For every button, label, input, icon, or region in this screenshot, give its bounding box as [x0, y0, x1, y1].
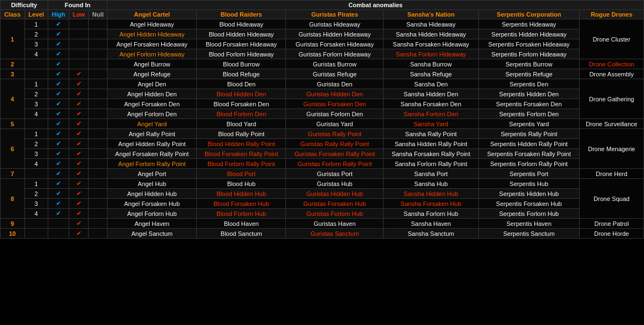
low-cell — [69, 29, 88, 39]
blood-cell: Blood Port — [197, 169, 286, 179]
table-row: 3✔✔Angel Forsaken Rally PointBlood Forsa… — [1, 149, 644, 159]
angel-cell: Angel Sanctum — [108, 229, 197, 239]
high-cell: ✔ — [48, 149, 69, 159]
angel-cell: Angel Refuge — [108, 69, 197, 79]
null-cell — [89, 119, 108, 129]
angel-cell: Angel Yard — [108, 119, 197, 129]
rogue-cell: Drone Surveillance — [579, 119, 643, 129]
table-row: 3✔✔Angel Forsaken HubBlood Forsaken HubG… — [1, 199, 644, 209]
sansha-cell: Sansha Sanctum — [384, 229, 479, 239]
blood-cell: Blood Yard — [197, 119, 286, 129]
rogue-cell: Drone Menagerie — [579, 129, 643, 169]
guristas-cell: Guristas Den — [286, 79, 384, 89]
level-cell: 2 — [24, 89, 48, 99]
rogue-cell: Drone Squad — [579, 179, 643, 219]
level-cell: 4 — [24, 109, 48, 119]
col-header-class: Class — [1, 10, 25, 19]
class-cell: 10 — [1, 229, 25, 239]
high-cell: ✔ — [48, 129, 69, 139]
angel-cell: Angel Hidden Den — [108, 89, 197, 99]
high-cell: ✔ — [48, 89, 69, 99]
blood-cell: Blood Forlorn Rally Point — [197, 159, 286, 169]
class-cell: 3 — [1, 69, 25, 79]
sansha-cell: Sansha Hidden Den — [384, 89, 479, 99]
angel-cell: Angel Forsaken Den — [108, 99, 197, 109]
blood-cell: Blood Hidden Den — [197, 89, 286, 99]
class-cell: 8 — [1, 179, 25, 219]
high-cell: ✔ — [48, 199, 69, 209]
col-header-sansha: Sansha's Nation — [384, 10, 479, 19]
sansha-cell: Sansha Forlorn Hideaway — [384, 49, 479, 59]
null-cell — [89, 79, 108, 89]
angel-cell: Angel Forlorn Hideaway — [108, 49, 197, 59]
blood-cell: Blood Forlorn Hideaway — [197, 49, 286, 59]
header-difficulty: Difficulty — [1, 1, 48, 10]
rogue-cell: Drone Assembly — [579, 69, 643, 79]
level-cell — [24, 229, 48, 239]
low-cell: ✔ — [69, 189, 88, 199]
angel-cell: Angel Hideaway — [108, 19, 197, 29]
high-cell: ✔ — [48, 139, 69, 149]
blood-cell: Blood Burrow — [197, 59, 286, 69]
guristas-cell: Guristas Forsaken Den — [286, 99, 384, 109]
null-cell — [89, 69, 108, 79]
col-header-level: Level — [24, 10, 48, 19]
level-cell — [24, 69, 48, 79]
blood-cell: Blood Haven — [197, 219, 286, 229]
guristas-cell: Guristas Forlorn Rally Point — [286, 159, 384, 169]
null-cell — [89, 139, 108, 149]
sansha-cell: Sansha Hidden Rally Point — [384, 139, 479, 149]
guristas-cell: Guristas Sanctum — [286, 229, 384, 239]
null-cell — [89, 49, 108, 59]
guristas-cell: Guristas Hub — [286, 179, 384, 189]
table-row: 5✔✔Angel YardBlood YardGuristas YardSans… — [1, 119, 644, 129]
high-cell: ✔ — [48, 39, 69, 49]
level-cell: 2 — [24, 189, 48, 199]
combat-anomalies-table: Difficulty Found In Combat anomalies Cla… — [0, 0, 644, 239]
sansha-cell: Sansha Hidden Hub — [384, 189, 479, 199]
high-cell: ✔ — [48, 189, 69, 199]
blood-cell: Blood Refuge — [197, 69, 286, 79]
level-cell: 3 — [24, 99, 48, 109]
angel-cell: Angel Hub — [108, 179, 197, 189]
sansha-cell: Sansha Forlorn Den — [384, 109, 479, 119]
guristas-cell: Guristas Port — [286, 169, 384, 179]
rogue-cell: Drone Horde — [579, 229, 643, 239]
null-cell — [89, 39, 108, 49]
blood-cell: Blood Forlorn Den — [197, 109, 286, 119]
serpentis-cell: Serpentis Forlorn Rally Point — [478, 159, 579, 169]
level-cell: 3 — [24, 39, 48, 49]
blood-cell: Blood Forsaken Hub — [197, 199, 286, 209]
guristas-cell: Guristas Haven — [286, 219, 384, 229]
guristas-cell: Guristas Forsaken Rally Point — [286, 149, 384, 159]
serpentis-cell: Serpentis Forsaken Hideaway — [478, 39, 579, 49]
angel-cell: Angel Forlorn Den — [108, 109, 197, 119]
col-header-guristas: Guristas Pirates — [286, 10, 384, 19]
null-cell — [89, 19, 108, 29]
sansha-cell: Sansha Refuge — [384, 69, 479, 79]
blood-cell: Blood Forsaken Den — [197, 99, 286, 109]
angel-cell: Angel Rally Point — [108, 129, 197, 139]
angel-cell: Angel Haven — [108, 219, 197, 229]
low-cell — [69, 39, 88, 49]
table-row: 41✔✔Angel DenBlood DenGuristas DenSansha… — [1, 79, 644, 89]
level-cell: 4 — [24, 209, 48, 219]
rogue-cell: Drone Herd — [579, 169, 643, 179]
sansha-cell: Sansha Forsaken Hideaway — [384, 39, 479, 49]
null-cell — [89, 179, 108, 189]
class-cell: 6 — [1, 129, 25, 169]
null-cell — [89, 89, 108, 99]
blood-cell: Blood Forlorn Hub — [197, 209, 286, 219]
angel-cell: Angel Forsaken Rally Point — [108, 149, 197, 159]
serpentis-cell: Serpentis Forsaken Den — [478, 99, 579, 109]
high-cell: ✔ — [48, 79, 69, 89]
class-cell: 5 — [1, 119, 25, 129]
level-cell: 2 — [24, 139, 48, 149]
low-cell: ✔ — [69, 169, 88, 179]
guristas-cell: Guristas Forsaken Hub — [286, 199, 384, 209]
sansha-cell: Sansha Forsaken Den — [384, 99, 479, 109]
col-header-high: High — [48, 10, 69, 19]
angel-cell: Angel Burrow — [108, 59, 197, 69]
high-cell: ✔ — [48, 29, 69, 39]
level-cell — [24, 59, 48, 69]
